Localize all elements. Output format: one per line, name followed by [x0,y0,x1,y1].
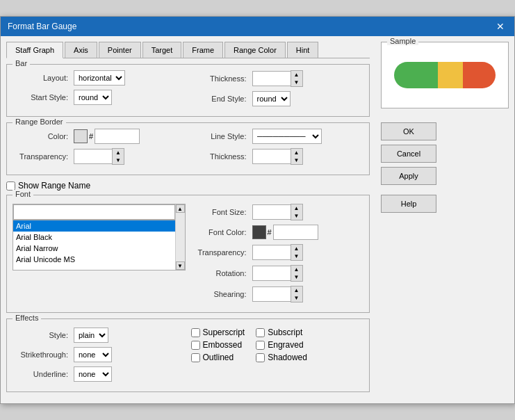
tab-staff-graph[interactable]: Staff Graph [6,42,63,58]
shearing-down[interactable]: ▼ [291,294,302,302]
transparency-input[interactable]: 0 % [74,149,112,164]
font-color-label: Font Color: [191,228,247,236]
font-size-input[interactable]: 9 pt [252,204,291,220]
superscript-checkbox[interactable] [191,328,200,337]
tab-pointer[interactable]: Pointer [99,42,141,58]
layout-label: Layout: [13,74,68,82]
subscript-checkbox[interactable] [256,328,265,337]
underline-label: Underline: [13,370,68,378]
font-size-down[interactable]: ▼ [291,212,302,220]
font-list-scroll-up[interactable]: ▲ [176,204,185,213]
shadowed-checkbox[interactable] [256,353,265,362]
font-size-spinbox: 9 pt ▲ ▼ [252,204,303,220]
color-swatch[interactable] [74,129,88,143]
shearing-spinbox: 0 ▲ ▼ [252,286,303,302]
start-style-label: Start Style: [13,93,68,102]
font-size-up[interactable]: ▲ [291,204,302,212]
color-input[interactable]: DDDDDD [95,129,140,144]
end-style-label: End Style: [191,95,247,103]
gauge-red-segment [463,62,496,88]
font-transparency-input[interactable]: 0 % [252,245,291,260]
tab-hint[interactable]: Hint [287,42,319,58]
range-border-color-picker: # DDDDDD [74,129,140,144]
range-border-title: Range Border [13,118,66,126]
font-transparency-label: Transparency: [191,248,247,257]
sample-section: Sample [381,42,509,108]
font-item-arial[interactable]: Arial [13,220,175,232]
shadowed-label[interactable]: Shadowed [256,353,307,362]
rotation-spinbox: 0 deg ▲ ▼ [252,265,303,282]
effects-col-right: Subscript Engraved Shadowed [256,328,307,362]
effects-col-left: Superscript Embossed Outlined [191,328,245,362]
font-transparency-down[interactable]: ▼ [291,252,302,260]
style-select[interactable]: plain bold italic [74,328,108,343]
subscript-label[interactable]: Subscript [256,328,307,337]
outlined-checkbox[interactable] [191,353,200,362]
tab-target[interactable]: Target [142,42,182,58]
transparency-down[interactable]: ▼ [113,156,124,164]
line-style-label: Line Style: [191,132,247,140]
font-color-swatch[interactable] [252,225,266,239]
underline-select[interactable]: none single [74,366,112,382]
end-style-select[interactable]: round flat [252,91,291,106]
color-label: Color: [13,132,68,140]
show-range-name-checkbox[interactable] [6,181,15,191]
border-thickness-up[interactable]: ▲ [291,149,302,156]
outlined-label[interactable]: Outlined [191,353,245,362]
font-item-arial-black[interactable]: Arial Black [13,232,175,243]
font-item-arial-unicode[interactable]: Arial Unicode MS [13,254,175,265]
transparency-label: Transparency: [13,152,68,161]
line-style-select[interactable]: ───────── [252,129,322,144]
thickness-input[interactable]: 30 px [252,71,291,86]
engraved-label[interactable]: Engraved [256,340,307,350]
font-listbox[interactable]: Arial Arial Black Arial Narrow Arial Uni… [13,220,175,270]
font-color-input[interactable]: 3F3F3F [273,225,318,240]
engraved-checkbox[interactable] [256,341,265,350]
font-item-arial-narrow[interactable]: Arial Narrow [13,243,175,254]
shearing-up[interactable]: ▲ [291,286,302,294]
effects-section-title: Effects [13,314,41,322]
layout-select[interactable]: horizontal vertical [74,70,125,86]
tab-frame[interactable]: Frame [183,42,223,58]
shearing-label: Shearing: [191,290,247,298]
effects-section: Effects Style: plain bold italic St [6,318,370,392]
dialog-title: Format Bar Gauge [8,22,76,31]
thickness-down[interactable]: ▼ [291,79,302,86]
font-list-wrapper: Arial Arial Arial Black Arial Narrow Ari… [13,204,186,270]
style-label: Style: [13,331,68,339]
embossed-label[interactable]: Embossed [191,340,245,350]
tab-axis[interactable]: Axis [65,42,97,58]
show-range-name-row: Show Range Name [6,181,370,191]
show-range-name-label[interactable]: Show Range Name [6,181,90,191]
format-bar-gauge-dialog: Format Bar Gauge ✕ Staff Graph Axis Poin… [0,16,515,404]
border-thickness-down[interactable]: ▼ [291,156,302,164]
rotation-down[interactable]: ▼ [291,273,302,281]
border-thickness-input[interactable]: 1 px [252,149,291,164]
font-transparency-up[interactable]: ▲ [291,245,302,252]
font-name-input[interactable]: Arial [13,204,175,220]
ok-button[interactable]: OK [381,122,436,140]
tab-range-color[interactable]: Range Color [224,42,286,58]
rotation-up[interactable]: ▲ [291,266,302,273]
superscript-label[interactable]: Superscript [191,328,245,337]
thickness-up[interactable]: ▲ [291,71,302,79]
transparency-up[interactable]: ▲ [113,149,124,156]
help-button[interactable]: Help [381,195,436,213]
strikethrough-select[interactable]: none single [74,347,112,362]
sample-label: Sample [387,37,418,45]
strikethrough-label: Strikethrough: [13,350,68,359]
font-list-scroll-down[interactable]: ▼ [176,261,185,270]
border-thickness-spinbox: 1 px ▲ ▼ [252,148,303,165]
apply-button[interactable]: Apply [381,167,436,185]
bar-section-title: Bar [13,59,30,67]
title-bar: Format Bar Gauge ✕ [1,17,514,36]
start-style-select[interactable]: round flat [74,90,112,105]
font-transparency-spinbox: 0 % ▲ ▼ [252,244,303,261]
embossed-checkbox[interactable] [191,341,200,350]
shearing-input[interactable]: 0 [252,286,291,302]
cancel-button[interactable]: Cancel [381,145,436,163]
rotation-label: Rotation: [191,269,247,277]
range-border-section: Range Border Color: # DDDDDD Trans [6,122,370,175]
close-button[interactable]: ✕ [493,21,507,32]
rotation-input[interactable]: 0 deg [252,266,291,281]
